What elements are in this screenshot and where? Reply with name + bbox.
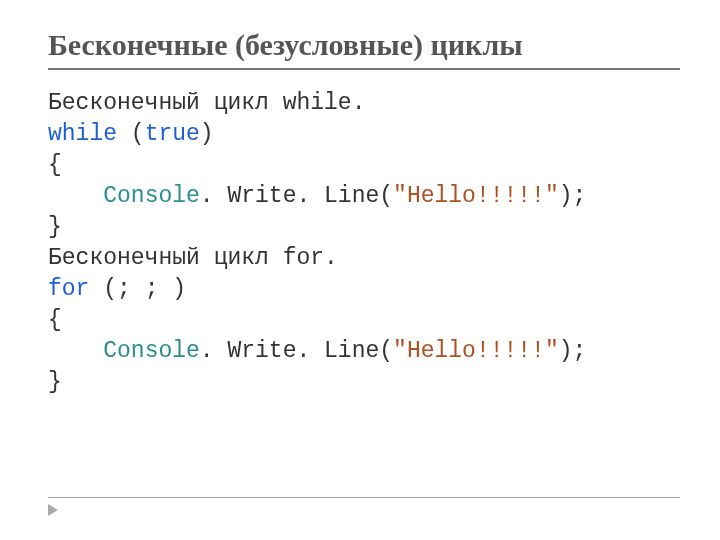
t: ); xyxy=(559,338,587,364)
footer-marker-icon xyxy=(48,504,58,516)
brace: { xyxy=(48,307,62,333)
str-2: "Hello!!!!!" xyxy=(393,338,559,364)
t: . xyxy=(200,338,228,364)
title-underline xyxy=(48,68,680,70)
slide-title: Бесконечные (безусловные) циклы xyxy=(48,28,680,62)
str-1: "Hello!!!!!" xyxy=(393,183,559,209)
desc-for: Бесконечный цикл for. xyxy=(48,245,338,271)
console-1: Console xyxy=(103,183,200,209)
desc-while: Бесконечный цикл while. xyxy=(48,90,365,116)
brace: } xyxy=(48,214,62,240)
brace: { xyxy=(48,152,62,178)
t: ( xyxy=(131,121,145,147)
indent xyxy=(48,183,103,209)
code-block: Бесконечный цикл while. while (true) { C… xyxy=(48,88,680,398)
slide: Бесконечные (безусловные) циклы Бесконеч… xyxy=(0,0,720,540)
t: ); xyxy=(559,183,587,209)
console-2: Console xyxy=(103,338,200,364)
writeline-1: Write. Line( xyxy=(227,183,393,209)
kw-true: true xyxy=(145,121,200,147)
t: . xyxy=(200,183,228,209)
kw-while: while xyxy=(48,121,117,147)
indent xyxy=(48,338,103,364)
kw-for: for xyxy=(48,276,89,302)
footer-divider xyxy=(48,497,680,498)
t xyxy=(117,121,131,147)
writeline-2: Write. Line( xyxy=(227,338,393,364)
for-args: (; ; ) xyxy=(89,276,186,302)
t: ) xyxy=(200,121,214,147)
brace: } xyxy=(48,369,62,395)
